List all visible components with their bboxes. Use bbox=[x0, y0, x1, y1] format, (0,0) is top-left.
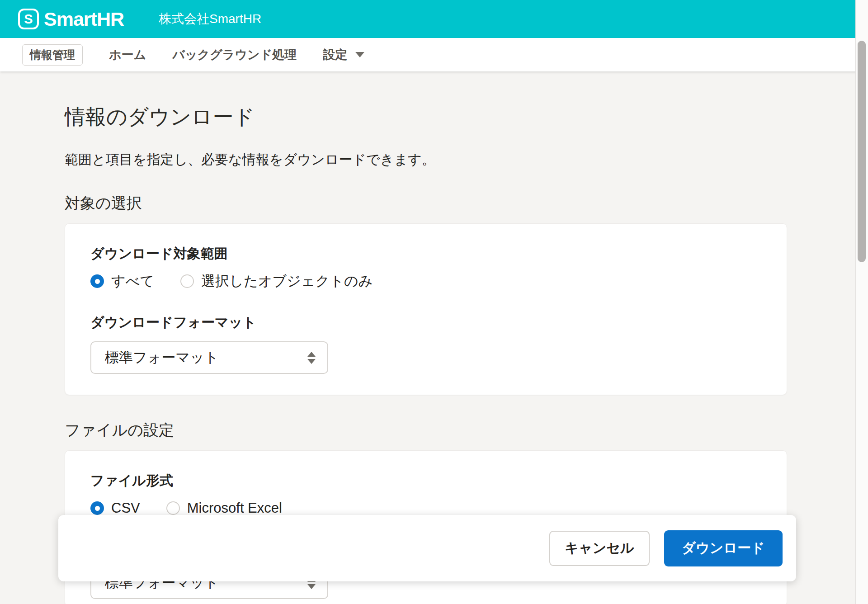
radio-option-all-label: すべて bbox=[111, 272, 154, 291]
triangle-up-icon bbox=[307, 352, 316, 357]
download-format-select[interactable]: 標準フォーマット bbox=[90, 341, 328, 374]
radio-dot bbox=[95, 279, 100, 284]
file-format-radio-group: CSV Microsoft Excel bbox=[90, 500, 761, 516]
smarthr-logo-icon: S bbox=[18, 9, 39, 29]
radio-unselected-icon bbox=[166, 501, 180, 515]
logo-letter: S bbox=[24, 12, 33, 27]
radio-selected-icon bbox=[90, 274, 104, 288]
chevron-down-icon bbox=[355, 52, 364, 57]
radio-option-selected-objects-label: 選択したオブジェクトのみ bbox=[201, 272, 373, 291]
download-range-label: ダウンロード対象範囲 bbox=[90, 246, 761, 261]
cancel-button[interactable]: キャンセル bbox=[549, 531, 650, 566]
select-arrows-icon bbox=[307, 352, 316, 364]
file-format-label: ファイル形式 bbox=[90, 473, 761, 488]
smarthr-app: S SmartHR 株式会社SmartHR 情報管理 ホーム バックグラウンド処… bbox=[0, 0, 868, 604]
action-footer: キャンセル ダウンロード bbox=[58, 515, 796, 581]
section-heading-target: 対象の選択 bbox=[65, 193, 868, 212]
section-heading-file: ファイルの設定 bbox=[65, 420, 868, 439]
nav-item-background-jobs[interactable]: バックグラウンド処理 bbox=[172, 47, 297, 63]
download-format-label: ダウンロードフォーマット bbox=[90, 315, 761, 330]
page-description: 範囲と項目を指定し、必要な情報をダウンロードできます。 bbox=[65, 151, 868, 168]
download-format-value: 標準フォーマット bbox=[105, 348, 219, 367]
smarthr-logo[interactable]: S SmartHR bbox=[18, 8, 124, 30]
nav-settings-label: 設定 bbox=[323, 47, 347, 63]
app-header: S SmartHR 株式会社SmartHR bbox=[0, 0, 868, 38]
radio-option-csv[interactable]: CSV bbox=[90, 500, 140, 516]
nav-item-settings[interactable]: 設定 bbox=[323, 47, 364, 63]
scrollbar-thumb[interactable] bbox=[858, 41, 866, 262]
target-selection-card: ダウンロード対象範囲 すべて 選択したオブジェクトのみ ダウンロードフォーマット… bbox=[65, 223, 787, 395]
download-button[interactable]: ダウンロード bbox=[664, 530, 783, 566]
radio-option-csv-label: CSV bbox=[111, 500, 140, 516]
radio-selected-icon bbox=[90, 501, 104, 515]
radio-option-all[interactable]: すべて bbox=[90, 272, 154, 291]
nav-item-home[interactable]: ホーム bbox=[109, 47, 146, 63]
radio-unselected-icon bbox=[180, 274, 194, 288]
brand-wordmark: SmartHR bbox=[44, 8, 124, 30]
vertical-scrollbar[interactable] bbox=[855, 0, 868, 604]
radio-dot bbox=[95, 506, 100, 511]
radio-option-excel-label: Microsoft Excel bbox=[187, 500, 282, 516]
radio-option-excel[interactable]: Microsoft Excel bbox=[166, 500, 282, 516]
triangle-down-icon bbox=[307, 584, 316, 589]
company-name: 株式会社SmartHR bbox=[159, 10, 261, 28]
radio-option-selected-objects[interactable]: 選択したオブジェクトのみ bbox=[180, 272, 373, 291]
global-nav: 情報管理 ホーム バックグラウンド処理 設定 bbox=[0, 38, 868, 71]
page-title: 情報のダウンロード bbox=[65, 104, 868, 129]
nav-item-information-management[interactable]: 情報管理 bbox=[22, 44, 83, 66]
triangle-down-icon bbox=[307, 359, 316, 364]
download-range-radio-group: すべて 選択したオブジェクトのみ bbox=[90, 274, 761, 289]
